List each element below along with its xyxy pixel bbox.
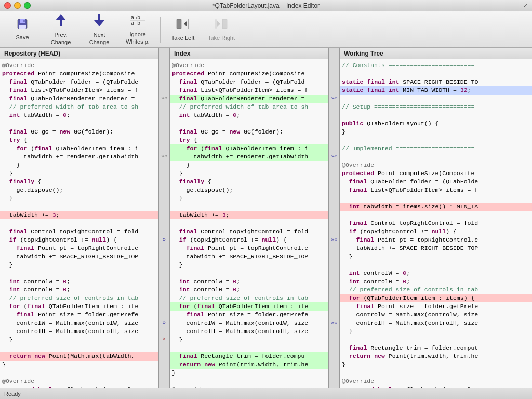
right-gutter-marker-4[interactable]: »« — [331, 319, 337, 327]
wt-line-4: static final int MIN_TAB_WIDTH = 32; — [340, 86, 532, 95]
wt-line-40: protected boolean flushCache(Control c — [340, 385, 532, 388]
repo-panel: Repository (HEAD) @Override protected Po… — [0, 48, 158, 388]
next-change-button[interactable]: Next Change — [81, 14, 117, 45]
right-gutter: »« »« »« — [328, 48, 340, 388]
wt-line-8: public QTabFolderLayout() { — [340, 119, 532, 128]
idx-line-22: if (topRightControl != null) { — [170, 236, 328, 244]
repo-line-22: if (topRightControl != null) { — [0, 236, 158, 244]
wt-line-38 — [340, 369, 532, 377]
repo-line-20 — [0, 219, 158, 228]
wt-line-3: static final int SPACE_RIGHT_BESIDE_TO — [340, 78, 532, 86]
wt-line-10 — [340, 136, 532, 144]
repo-line-33: controlH = Math.max(controlH, size — [0, 327, 158, 336]
gutter-marker-1[interactable]: »« — [161, 95, 167, 103]
repo-line-6: // preferred width of tab area to sh — [0, 103, 158, 111]
idx-line-5: final QTabFolderRenderer renderer = — [170, 95, 328, 103]
idx-line-29: // preferred size of controls in tab — [170, 294, 328, 302]
wt-line-11: // Implemented ====================== — [340, 144, 532, 153]
idx-line-26 — [170, 269, 328, 277]
wt-line-33: } — [340, 327, 532, 336]
idx-line-37: return new Point(trim.width, trim.he — [170, 361, 328, 369]
idx-line-8 — [170, 119, 328, 128]
right-gutter-marker-2[interactable]: »« — [331, 153, 337, 161]
index-panel-content[interactable]: @Override protected Point computeSize(Co… — [170, 59, 328, 388]
svg-rect-14 — [222, 19, 227, 29]
next-change-label: Next Change — [83, 32, 115, 45]
index-panel-title: Index — [174, 50, 190, 57]
maximize-button[interactable] — [24, 2, 31, 9]
ignore-whitespace-button[interactable]: a→b a b Ignore Whites p. — [119, 14, 156, 45]
svg-rect-12 — [215, 19, 217, 29]
take-left-label: Take Left — [171, 35, 195, 42]
minimize-button[interactable] — [14, 2, 21, 9]
repo-line-14: } — [0, 169, 158, 178]
working-tree-panel: Working Tree // Constants ==============… — [340, 48, 532, 388]
repo-line-9: final GC gc = new GC(folder); — [0, 128, 158, 136]
idx-line-1: @Override — [170, 61, 328, 70]
working-tree-panel-content[interactable]: // Constants ======================== st… — [340, 59, 532, 388]
repo-line-27: int controlW = 0; — [0, 277, 158, 286]
working-tree-panel-title: Working Tree — [344, 50, 383, 57]
wt-line-30: final Point size = folder.getPrefe — [340, 302, 532, 311]
repo-line-16: gc.dispose(); — [0, 186, 158, 194]
wt-line-19 — [340, 211, 532, 219]
ignore-whitespace-icon: a→b a b — [130, 14, 145, 30]
close-button[interactable] — [4, 2, 11, 9]
toolbar: Save Prev. Change Next Change a→b a b Ig… — [0, 11, 532, 48]
wt-line-28: // preferred size of controls in tab — [340, 286, 532, 294]
repo-line-35 — [0, 344, 158, 352]
wt-line-1: // Constants ======================== — [340, 61, 532, 70]
repo-code-lines: @Override protected Point computeSize(Co… — [0, 59, 158, 388]
repo-line-8 — [0, 119, 158, 128]
idx-line-6: // preferred width of tab area to sh — [170, 103, 328, 111]
svg-rect-3 — [23, 20, 25, 22]
wt-line-32: controlH = Math.max(controlH, size — [340, 319, 532, 327]
wt-line-21: if (topRightControl != null) { — [340, 228, 532, 236]
wt-line-37: } — [340, 361, 532, 369]
repo-panel-content[interactable]: @Override protected Point computeSize(Co… — [0, 59, 158, 388]
toolbar-separator-1 — [160, 17, 161, 43]
repo-panel-header: Repository (HEAD) — [0, 48, 158, 59]
idx-line-31: final Point size = folder.getPrefe — [170, 311, 328, 319]
gutter-marker-3[interactable]: » — [163, 236, 166, 244]
idx-line-2: protected Point computeSize(Composite — [170, 70, 328, 78]
wt-line-14: protected Point computeSize(Composite — [340, 169, 532, 178]
take-right-label: Take Right — [208, 35, 235, 42]
right-gutter-marker-3[interactable]: »« — [331, 236, 337, 244]
right-gutter-marker-1[interactable]: »« — [331, 95, 337, 103]
working-tree-panel-header: Working Tree — [340, 48, 532, 59]
gutter-marker-5[interactable]: × — [163, 336, 166, 344]
wt-line-24: } — [340, 252, 532, 261]
repo-line-7: int tabWidth = 0; — [0, 111, 158, 119]
wt-line-23: tabWidth += SPACE_RIGHT_BESIDE_TOP — [340, 244, 532, 252]
idx-line-14: } — [170, 169, 328, 178]
svg-rect-11 — [188, 19, 189, 29]
prev-change-button[interactable]: Prev. Change — [43, 14, 79, 45]
repo-line-34: } — [0, 336, 158, 344]
svg-text:a→b: a→b — [131, 15, 140, 20]
take-left-icon — [176, 17, 190, 34]
idx-line-23: final Point pt = topRightControl.c — [170, 244, 328, 252]
repo-line-31: final Point size = folder.getPrefe — [0, 311, 158, 319]
idx-line-28: int controlH = 0; — [170, 286, 328, 294]
gutter-marker-4[interactable]: » — [163, 319, 166, 327]
panels-container: Repository (HEAD) @Override protected Po… — [0, 48, 532, 388]
working-code-lines: // Constants ======================== st… — [340, 59, 532, 388]
svg-marker-10 — [184, 21, 187, 27]
idx-line-33: controlH = Math.max(controlH, size — [170, 327, 328, 336]
take-right-button[interactable]: Take Right — [203, 14, 240, 45]
repo-line-39: @Override — [0, 377, 158, 385]
gutter-marker-2[interactable]: »« — [161, 153, 167, 161]
save-button[interactable]: Save — [4, 14, 41, 45]
svg-rect-2 — [19, 25, 26, 29]
idx-line-24: tabWidth += SPACE_RIGHT_BESIDE_TOP — [170, 252, 328, 261]
repo-line-15: finally { — [0, 178, 158, 186]
repo-line-21: final Control topRightControl = fold — [0, 228, 158, 236]
wt-line-29: for (QTabFolderItem item : items) { — [340, 294, 532, 302]
repo-line-19: tabWidth += 3; — [0, 211, 158, 219]
take-left-button[interactable]: Take Left — [165, 14, 201, 45]
idx-line-40: @Override — [170, 385, 328, 388]
take-right-icon — [214, 17, 229, 34]
restore-button[interactable]: ⤢ — [523, 2, 528, 9]
index-code-lines: @Override protected Point computeSize(Co… — [170, 59, 328, 388]
